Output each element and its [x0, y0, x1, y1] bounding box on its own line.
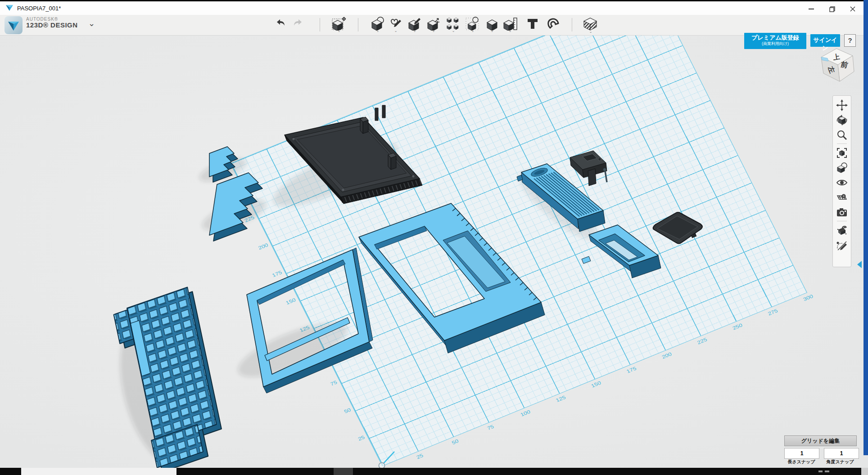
material-icon — [583, 16, 599, 31]
flyout-chevron-icon[interactable]: ⌄ — [491, 30, 494, 32]
view-cube-top-label: 上 — [832, 53, 840, 61]
flyout-chevron-icon[interactable]: ⌄ — [471, 30, 475, 32]
part-lid[interactable] — [653, 212, 702, 244]
bottom-bar — [0, 468, 868, 475]
redo-button[interactable] — [289, 16, 307, 35]
bottom-bar-segment — [861, 468, 868, 475]
123d-logo-icon — [5, 16, 23, 34]
magnet-icon — [546, 16, 561, 31]
zoom-selected-button[interactable] — [835, 160, 849, 175]
transform-tool[interactable]: ⌄ — [330, 16, 348, 35]
help-button[interactable]: ? — [844, 34, 856, 47]
grid-settings-panel: グリッドを編集 長さスナップ 角度スナップ — [784, 435, 857, 446]
length-snap-label: 長さスナップ — [783, 459, 819, 465]
hide-sketches-button[interactable] — [835, 238, 849, 252]
flyout-chevron-icon[interactable]: ⌄ — [589, 31, 592, 33]
combine-tool[interactable]: ⌄ — [484, 16, 501, 35]
flyout-chevron-icon[interactable]: ⌄ — [509, 30, 512, 32]
modify-tool[interactable]: ⌄ — [425, 16, 442, 35]
flyout-chevron-icon[interactable]: ⌄ — [432, 30, 435, 32]
minimize-button[interactable] — [801, 3, 821, 15]
close-icon — [850, 6, 855, 12]
signin-button[interactable]: サインイン — [810, 34, 840, 47]
brand-line2: 123D® DESIGN — [26, 22, 78, 29]
snap-tool[interactable] — [545, 16, 562, 35]
flyout-chevron-icon[interactable]: ⌄ — [338, 30, 341, 32]
sketch-tool[interactable]: ⌄ — [387, 16, 404, 35]
snap-magnet-icon — [836, 224, 848, 236]
model-scene — [0, 35, 868, 468]
redo-icon — [291, 16, 305, 30]
window-title: PASOPIA7_001* — [17, 5, 61, 12]
flyout-chevron-icon[interactable]: ⌄ — [394, 30, 398, 32]
rail-separator — [837, 221, 847, 221]
pan-icon — [836, 99, 848, 111]
magnifier-icon — [836, 129, 848, 141]
text-tool-icon — [525, 16, 540, 31]
toolbar-separator — [572, 18, 572, 31]
snap-toggle-button[interactable] — [835, 223, 849, 238]
flyout-chevron-icon[interactable]: ⌄ — [452, 30, 455, 32]
view-cube[interactable]: 上 前 左 — [809, 43, 860, 88]
minimize-icon — [809, 9, 814, 9]
orbit-icon — [836, 114, 848, 126]
grid-origin-marker[interactable] — [379, 452, 395, 468]
undo-icon — [274, 16, 287, 30]
length-snap-input[interactable] — [784, 448, 819, 459]
pattern-tool[interactable]: ⌄ — [445, 16, 462, 35]
flyout-chevron-icon[interactable]: ⌄ — [413, 30, 416, 32]
panel-collapse-arrow-icon[interactable] — [857, 261, 862, 268]
toolbar-separator — [320, 18, 320, 31]
flyout-chevron-icon[interactable]: ⌄ — [376, 30, 380, 32]
fit-view-button[interactable] — [835, 145, 849, 160]
viewport-canvas[interactable]: 255075100125150175200225250275300 255075… — [0, 35, 868, 468]
eye-icon — [836, 177, 848, 188]
brand-text: AUTODESK® 123D® DESIGN — [26, 17, 78, 29]
close-button[interactable] — [843, 3, 863, 15]
zoom-selected-icon — [836, 162, 848, 174]
angle-snap-input[interactable] — [824, 448, 859, 459]
zoom-button[interactable] — [835, 127, 849, 142]
undo-button[interactable] — [272, 16, 289, 35]
part-screw[interactable] — [603, 168, 607, 183]
app-menu-chevron-icon[interactable]: ⌄ — [88, 18, 95, 28]
toolbar-separator — [358, 18, 358, 31]
grid-visibility-icon — [836, 192, 848, 203]
premium-label: プレミアム版登録 — [744, 34, 806, 41]
grouping-tool[interactable]: ⌄ — [464, 16, 481, 35]
rail-separator — [837, 143, 847, 144]
hide-sketches-icon — [836, 239, 848, 251]
premium-signup-button[interactable]: プレミアム版登録 (商業利用向け) — [744, 33, 806, 49]
primitives-tool[interactable]: ⌄ — [369, 16, 386, 35]
main-toolbar: AUTODESK® 123D® DESIGN ⌄ ⌄ ⌄ — [0, 15, 868, 36]
visibility-button[interactable] — [835, 175, 849, 190]
orbit-button[interactable] — [835, 112, 849, 127]
premium-sublabel: (商業利用向け) — [744, 41, 806, 46]
restore-icon — [829, 6, 835, 12]
snapshot-button[interactable] — [835, 205, 849, 220]
bottom-bar-mark — [825, 471, 829, 472]
camera-icon — [836, 206, 848, 218]
navigation-rail — [832, 95, 851, 267]
part-connector-block[interactable] — [570, 151, 607, 186]
bottom-bar-segment — [334, 468, 353, 475]
material-tool[interactable]: ⌄ — [582, 16, 599, 35]
text-tool[interactable] — [524, 16, 541, 35]
angle-snap-label: 角度スナップ — [822, 459, 858, 465]
bottom-bar-mark — [818, 471, 823, 472]
tray-post — [388, 153, 396, 170]
part-slot-frame[interactable] — [582, 225, 661, 278]
window-titlebar: PASOPIA7_001* — [0, 1, 868, 15]
part-top-case[interactable] — [359, 203, 545, 353]
fit-icon — [836, 147, 848, 159]
pan-button[interactable] — [835, 98, 849, 112]
show-grid-button[interactable] — [835, 190, 849, 205]
restore-button[interactable] — [822, 3, 842, 15]
part-front-bezel[interactable] — [247, 248, 373, 393]
right-edge-strip — [863, 0, 868, 455]
measure-tool[interactable]: ⌄ — [502, 16, 519, 35]
app-logo[interactable] — [5, 16, 23, 34]
construct-tool[interactable]: ⌄ — [406, 16, 423, 35]
edit-grid-button[interactable]: グリッドを編集 — [784, 435, 857, 446]
app-window-icon — [5, 4, 14, 12]
